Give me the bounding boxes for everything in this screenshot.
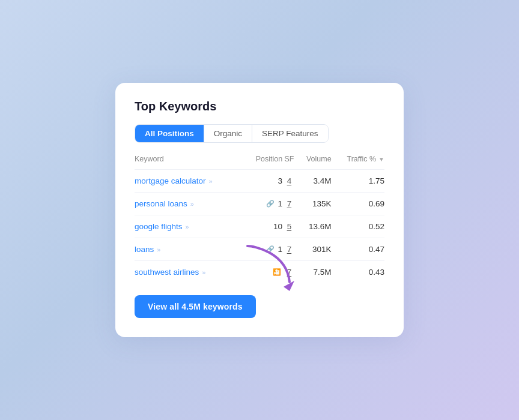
sf-cell: 7 bbox=[282, 193, 296, 215]
table-row: mortgage calculator » 3 4 3.4M 1.75 bbox=[135, 170, 384, 193]
chevron-right-icon: » bbox=[209, 178, 213, 185]
volume-cell: 135K bbox=[296, 193, 332, 215]
table-row: southwest airlines » 🎦 7 7.5M 0.43 bbox=[135, 261, 384, 284]
keyword-text: google flights bbox=[135, 222, 183, 231]
volume-cell: 3.4M bbox=[296, 170, 332, 193]
col-header-keyword: Keyword bbox=[135, 155, 244, 170]
traffic-cell: 0.69 bbox=[332, 193, 384, 215]
keyword-link[interactable]: loans » bbox=[135, 245, 244, 254]
link-icon: 🔗 bbox=[266, 200, 275, 208]
keyword-text: personal loans bbox=[135, 199, 187, 208]
link-icon: 🔗 bbox=[266, 245, 275, 253]
sf-cell: 7 bbox=[282, 238, 296, 261]
sf-cell: 4 bbox=[282, 170, 296, 193]
chevron-right-icon: » bbox=[186, 223, 189, 230]
view-all-keywords-button[interactable]: View all 4.5M keywords bbox=[135, 295, 256, 318]
table-row: google flights » 10 5 13.6M 0.52 bbox=[135, 215, 384, 238]
keyword-link[interactable]: google flights » bbox=[135, 222, 244, 231]
tab-all-positions[interactable]: All Positions bbox=[135, 125, 204, 142]
tab-group: All Positions Organic SERP Features bbox=[135, 124, 329, 143]
volume-cell: 301K bbox=[296, 238, 332, 261]
col-header-traffic: Traffic % ▼ bbox=[332, 155, 384, 170]
sf-cell: 7 bbox=[282, 261, 296, 284]
table-row: loans » 🔗 1 7 301K 0.47 bbox=[135, 238, 384, 261]
keywords-table: Keyword Position SF Volume Traffic % ▼ m… bbox=[135, 155, 384, 283]
position-cell: 🔗 1 bbox=[244, 193, 282, 215]
keyword-text: mortgage calculator bbox=[135, 176, 206, 185]
traffic-cell: 0.47 bbox=[332, 238, 384, 261]
top-keywords-card: Top Keywords All Positions Organic SERP … bbox=[115, 83, 404, 337]
col-header-position: Position bbox=[244, 155, 282, 170]
col-header-sf: SF bbox=[282, 155, 296, 170]
tab-organic[interactable]: Organic bbox=[204, 125, 252, 142]
position-cell: 10 bbox=[244, 215, 282, 238]
keyword-link[interactable]: mortgage calculator » bbox=[135, 176, 244, 185]
traffic-cell: 0.52 bbox=[332, 215, 384, 238]
card-title: Top Keywords bbox=[135, 100, 384, 113]
chevron-right-icon: » bbox=[157, 246, 160, 253]
keyword-text: southwest airlines bbox=[135, 268, 199, 277]
table-row: personal loans » 🔗 1 7 135K 0.69 bbox=[135, 193, 384, 215]
flag-icon: 🎦 bbox=[273, 268, 281, 276]
position-cell: 🎦 bbox=[244, 261, 282, 284]
tab-serp-features[interactable]: SERP Features bbox=[252, 125, 328, 142]
position-cell: 3 bbox=[244, 170, 282, 193]
keyword-text: loans bbox=[135, 245, 154, 254]
keyword-link[interactable]: southwest airlines » bbox=[135, 268, 244, 277]
keyword-link[interactable]: personal loans » bbox=[135, 199, 244, 208]
sf-cell: 5 bbox=[282, 215, 296, 238]
chevron-right-icon: » bbox=[202, 269, 205, 276]
volume-cell: 7.5M bbox=[296, 261, 332, 284]
volume-cell: 13.6M bbox=[296, 215, 332, 238]
sort-icon: ▼ bbox=[378, 156, 384, 163]
traffic-cell: 0.43 bbox=[332, 261, 384, 284]
traffic-cell: 1.75 bbox=[332, 170, 384, 193]
col-header-volume: Volume bbox=[296, 155, 332, 170]
position-cell: 🔗 1 bbox=[244, 238, 282, 261]
chevron-right-icon: » bbox=[190, 200, 194, 208]
